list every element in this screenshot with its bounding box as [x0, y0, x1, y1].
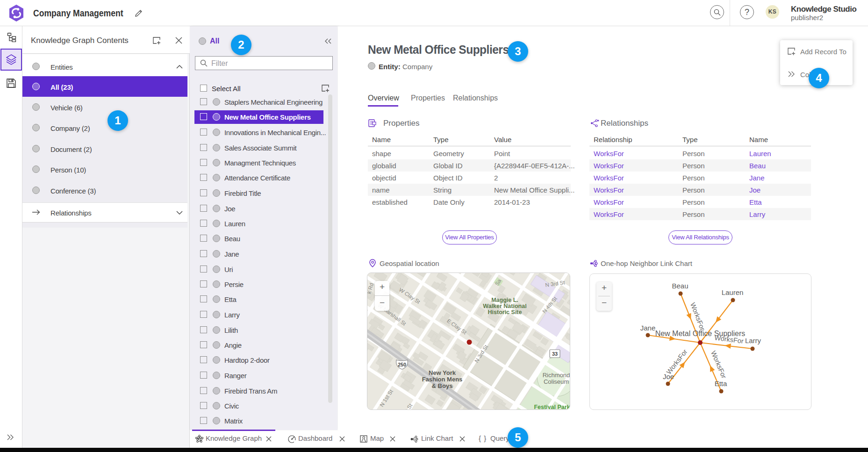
svg-text:WorksFor: WorksFor: [710, 350, 728, 380]
svg-text:& Boys: & Boys: [432, 382, 453, 389]
svg-text:Larry: Larry: [745, 337, 761, 344]
svg-text:Festival Park: Festival Park: [534, 404, 570, 410]
svg-text:WorksFor: WorksFor: [689, 301, 706, 331]
svg-text:Beau: Beau: [672, 282, 688, 290]
svg-text:Etta: Etta: [715, 380, 727, 387]
svg-text:250: 250: [398, 362, 406, 367]
svg-text:New York: New York: [429, 369, 456, 376]
svg-text:Richmond: Richmond: [543, 372, 570, 379]
svg-text:Lauren: Lauren: [722, 288, 744, 296]
svg-text:Jane: Jane: [640, 324, 656, 332]
svg-text:Maggie L.: Maggie L.: [491, 297, 518, 303]
svg-text:Historic Site: Historic Site: [488, 309, 522, 316]
svg-text:Fashion Mens: Fashion Mens: [422, 376, 463, 383]
svg-text:Walker National: Walker National: [483, 303, 526, 309]
svg-text:Coliseum: Coliseum: [544, 378, 569, 385]
svg-text:33: 33: [552, 351, 558, 357]
